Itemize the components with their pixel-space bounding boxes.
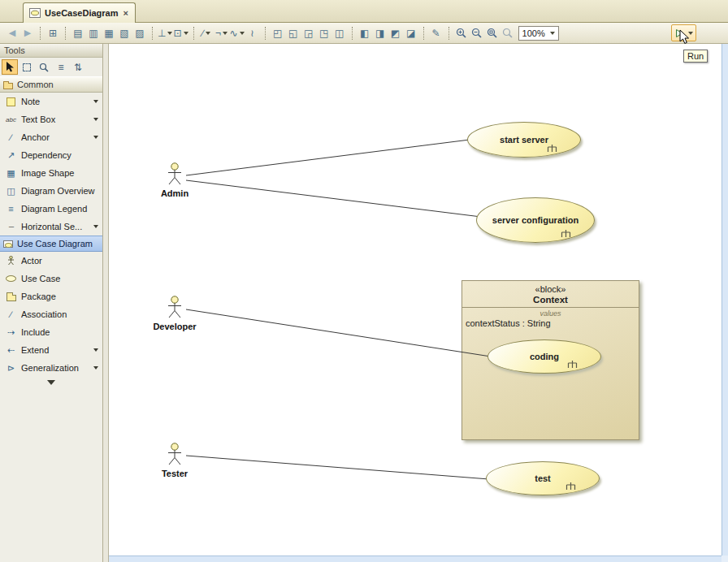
subdiagram-icon[interactable]	[567, 360, 578, 369]
section-header-common[interactable]: Common	[0, 76, 102, 93]
clone-icon[interactable]: ▦	[102, 26, 116, 41]
marquee-tool-icon[interactable]	[19, 59, 35, 75]
actor-developer[interactable]: Developer	[146, 296, 203, 331]
dropdown-caret-icon[interactable]	[93, 118, 98, 121]
text-box-icon: abc	[4, 116, 18, 123]
usecase-test[interactable]: test	[486, 461, 600, 495]
toolbar-separator	[352, 27, 353, 40]
align-tool-icon[interactable]: ≡	[53, 59, 69, 75]
subdiagram-icon[interactable]	[547, 144, 557, 153]
toolbar-separator	[152, 27, 153, 40]
tool-item-actor[interactable]: Actor	[0, 252, 102, 270]
order-tool-icon[interactable]: ⇅	[70, 59, 86, 75]
usecase-server-configuration[interactable]: server configuration	[476, 197, 595, 243]
zoom-fit-icon[interactable]	[485, 26, 500, 41]
chevron-down-icon	[47, 380, 55, 385]
insert-element-icon[interactable]: ◰	[271, 26, 285, 41]
align-bottom-icon[interactable]: ◪	[404, 26, 418, 41]
insert-note-icon[interactable]: ◲	[301, 26, 316, 41]
zoom-in-icon[interactable]	[454, 26, 469, 41]
expand-more-button[interactable]	[0, 377, 102, 388]
dropdown-caret-icon[interactable]	[93, 136, 98, 139]
tab-usecasediagram[interactable]: UseCaseDiagram ×	[23, 2, 136, 23]
tool-item-image-shape[interactable]: ▦ Image Shape	[0, 164, 102, 182]
actor-tester[interactable]: Tester	[146, 443, 203, 478]
run-tooltip: Run	[683, 50, 708, 63]
tool-item-label: Generalization	[21, 363, 90, 373]
tool-item-diagram-overview[interactable]: ◫ Diagram Overview	[0, 182, 102, 200]
panel-splitter[interactable]	[103, 44, 109, 562]
usecase-start-server[interactable]: start server	[467, 122, 581, 158]
tool-item-label: Image Shape	[21, 168, 102, 178]
use-case-diagram-icon	[3, 240, 13, 248]
tool-item-extend[interactable]: ⇠ Extend	[0, 341, 102, 359]
align-top-icon[interactable]: ◩	[388, 26, 403, 41]
zoom-level-select[interactable]: 100%	[518, 26, 559, 41]
forward-icon[interactable]: ▶	[20, 26, 35, 41]
diagram-overview-icon[interactable]: ◫	[332, 26, 347, 41]
actor-figure-icon	[165, 296, 184, 320]
diagram-canvas[interactable]: «block» Context values contextStatus : S…	[109, 44, 722, 556]
horizontal-scrollbar[interactable]	[109, 556, 722, 562]
insert-frame-icon[interactable]: ◱	[286, 26, 301, 41]
dropdown-caret-icon[interactable]	[93, 366, 98, 370]
tools-panel: Tools ≡ ⇅ Common Note abc Text Box ∕ Anc…	[0, 44, 103, 562]
dropdown-caret-icon[interactable]	[93, 100, 98, 103]
tool-item-horizontal-separator[interactable]: --- Horizontal Se...	[0, 218, 102, 236]
zoom-actual-icon[interactable]	[500, 26, 515, 41]
toolbar-separator	[65, 27, 66, 40]
tool-item-association[interactable]: ∕ Association	[0, 305, 102, 323]
tool-item-generalization[interactable]: ⊳ Generalization	[0, 359, 102, 377]
rectilinear-path-icon[interactable]: ¬	[214, 26, 229, 41]
tool-item-anchor[interactable]: ∕ Anchor	[0, 128, 102, 146]
tool-item-label: Package	[21, 292, 102, 301]
stamp-icon[interactable]: ▨	[132, 26, 147, 41]
quick-layout-icon[interactable]: ⊥	[158, 26, 172, 41]
back-icon[interactable]: ◀	[5, 26, 20, 41]
rectilinear-path-glyph: ¬	[215, 28, 221, 39]
dropdown-caret-icon[interactable]	[93, 225, 98, 228]
subdiagram-icon[interactable]	[566, 482, 576, 491]
tool-item-use-case[interactable]: Use Case	[0, 270, 102, 287]
copy-icon[interactable]: ▤	[71, 26, 85, 41]
association-developer-coding[interactable]	[186, 309, 491, 357]
zoom-tool-icon[interactable]	[36, 59, 52, 75]
usecase-coding[interactable]: coding	[488, 339, 601, 374]
vertical-scrollbar[interactable]	[722, 44, 728, 556]
association-tester-test[interactable]	[186, 456, 489, 479]
subdiagram-icon[interactable]	[561, 229, 571, 238]
tool-item-dependency[interactable]: ↗ Dependency	[0, 146, 102, 164]
actor-label: Admin	[161, 188, 188, 198]
grid-icon[interactable]: ⊡	[173, 26, 188, 41]
curved-path-icon[interactable]: ∿	[230, 26, 245, 41]
grid-glyph: ⊡	[173, 28, 181, 39]
tool-item-include[interactable]: ⇢ Include	[0, 323, 102, 341]
zoom-out-icon[interactable]	[470, 26, 484, 41]
align-left-icon[interactable]: ◧	[358, 26, 372, 41]
association-icon: ∕	[4, 309, 18, 319]
tool-item-diagram-legend[interactable]: ≡ Diagram Legend	[0, 200, 102, 218]
paste-icon[interactable]: ▥	[86, 26, 101, 41]
tool-item-label: Dependency	[21, 150, 102, 160]
dropdown-caret-icon[interactable]	[93, 348, 98, 352]
tab-close-icon[interactable]: ×	[123, 8, 129, 18]
tool-item-label: Anchor	[21, 132, 90, 142]
edit-properties-icon[interactable]: ✎	[429, 26, 444, 41]
oblique-path-icon[interactable]: ∕	[199, 26, 214, 41]
tool-item-text-box[interactable]: abc Text Box	[0, 110, 102, 128]
insert-legend-icon[interactable]: ◳	[317, 26, 332, 41]
section-header-use-case-diagram[interactable]: Use Case Diagram	[0, 236, 102, 252]
align-right-icon[interactable]: ◨	[373, 26, 388, 41]
actor-label: Developer	[153, 322, 196, 331]
spline-path-icon[interactable]: ≀	[245, 26, 260, 41]
tool-item-package[interactable]: Package	[0, 287, 102, 305]
select-tool-icon[interactable]	[2, 59, 18, 75]
actor-admin[interactable]: Admin	[146, 162, 203, 198]
containment-tree-icon[interactable]: ⊞	[46, 26, 60, 41]
association-admin-server-configuration[interactable]	[186, 180, 481, 217]
duplicate-icon[interactable]: ▧	[117, 26, 132, 41]
tool-item-note[interactable]: Note	[0, 93, 102, 110]
association-admin-start-server[interactable]	[186, 140, 470, 175]
tool-item-label: Use Case	[21, 274, 102, 283]
dropdown-caret-icon	[240, 32, 245, 35]
